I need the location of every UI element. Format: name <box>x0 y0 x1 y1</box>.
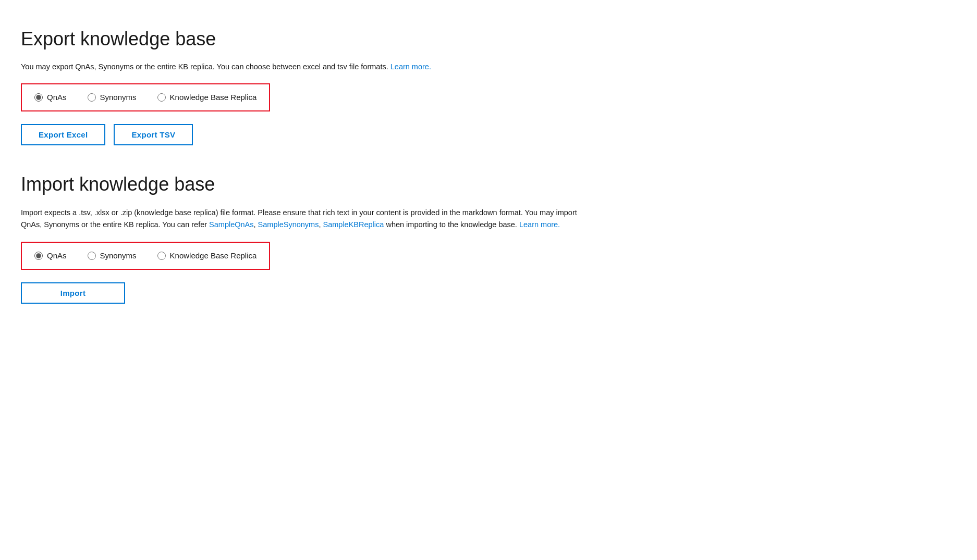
export-description-text: You may export QnAs, Synonyms or the ent… <box>21 63 388 71</box>
export-radio-synonyms[interactable] <box>88 93 96 102</box>
export-title: Export knowledge base <box>21 25 956 53</box>
export-excel-button[interactable]: Export Excel <box>21 124 105 145</box>
import-button[interactable]: Import <box>21 282 125 304</box>
import-button-group: Import <box>21 282 956 304</box>
import-comma1: , <box>254 220 258 229</box>
export-radio-kbreplica[interactable] <box>157 93 166 102</box>
sample-kbreplica-link[interactable]: SampleKBReplica <box>323 220 384 229</box>
export-option-synonyms[interactable]: Synonyms <box>88 92 137 104</box>
export-learn-more-link[interactable]: Learn more. <box>390 63 431 71</box>
import-section: Import knowledge base Import expects a .… <box>21 170 956 304</box>
export-option-kbreplica[interactable]: Knowledge Base Replica <box>157 92 257 104</box>
import-radio-kbreplica[interactable] <box>157 252 166 260</box>
export-button-group: Export Excel Export TSV <box>21 124 956 145</box>
import-description: Import expects a .tsv, .xlsx or .zip (kn… <box>21 207 594 231</box>
import-option-qnas[interactable]: QnAs <box>34 250 67 262</box>
import-radio-qnas[interactable] <box>34 252 43 260</box>
import-learn-more-link[interactable]: Learn more. <box>519 220 560 229</box>
export-radio-qnas[interactable] <box>34 93 43 102</box>
export-option-qnas[interactable]: QnAs <box>34 92 67 104</box>
export-radio-group: QnAs Synonyms Knowledge Base Replica <box>21 83 270 112</box>
import-title: Import knowledge base <box>21 170 956 198</box>
sample-synonyms-link[interactable]: SampleSynonyms <box>258 220 319 229</box>
import-radio-group: QnAs Synonyms Knowledge Base Replica <box>21 242 270 270</box>
import-qnas-label: QnAs <box>47 250 67 262</box>
export-synonyms-label: Synonyms <box>100 92 137 104</box>
export-section: Export knowledge base You may export QnA… <box>21 25 956 145</box>
import-option-kbreplica[interactable]: Knowledge Base Replica <box>157 250 257 262</box>
export-description: You may export QnAs, Synonyms or the ent… <box>21 61 594 73</box>
import-description-when: when importing to the knowledge base. <box>384 220 519 229</box>
import-option-synonyms[interactable]: Synonyms <box>88 250 137 262</box>
import-synonyms-label: Synonyms <box>100 250 137 262</box>
import-radio-synonyms[interactable] <box>88 252 96 260</box>
export-kbreplica-label: Knowledge Base Replica <box>170 92 257 104</box>
export-qnas-label: QnAs <box>47 92 67 104</box>
sample-qnas-link[interactable]: SampleQnAs <box>209 220 253 229</box>
import-kbreplica-label: Knowledge Base Replica <box>170 250 257 262</box>
export-tsv-button[interactable]: Export TSV <box>114 124 193 145</box>
import-comma2: , <box>319 220 323 229</box>
